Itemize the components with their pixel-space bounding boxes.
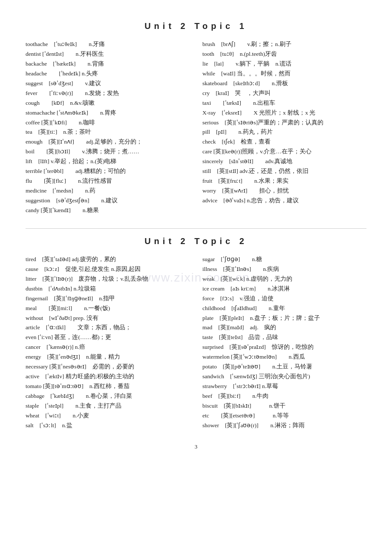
list-item: headache [ˈhedeɪk] n.头疼 <box>26 69 190 79</box>
list-item: surprised [英][səˈpraɪzd] 惊讶的，吃惊的 <box>202 342 366 352</box>
list-item: suggestion [səˈdʒestʃən] n.建议 <box>26 196 190 206</box>
vocab-grid-topic2: tired [英][ˈtaɪəd] adj.疲劳的，累的cause [kɔːz]… <box>26 255 366 431</box>
topic2-right-col: sugar [ˈʃʊɡə] n.糖illness [英][ˈɪlnəs] n.疾… <box>202 255 366 431</box>
list-item: suggest [səˈdʒest] v.建议 <box>26 79 190 89</box>
vocab-grid-topic1: toothache [ˈtuːθeɪk] n.牙痛dentist [ˈdentɪ… <box>26 40 366 216</box>
list-item: candy [英][ˈkændɪ] n.糖果 <box>26 206 190 216</box>
list-item: litter [英][ˈlɪtə(r)] 废弃物，垃圾；v.乱丢杂物 <box>26 274 190 284</box>
list-item: terrible [ˈterəbl] adj.糟糕的；可怕的 <box>26 167 190 176</box>
list-item: biscuit [英][bɪskɪt] n.饼干 <box>202 401 366 411</box>
list-item: backache [ˈbækeɪk] n.背痛 <box>26 59 190 69</box>
topic2-left-col: tired [英][ˈtaɪəd] adj.疲劳的，累的cause [kɔːz]… <box>26 255 190 431</box>
list-item: lift [lɪft] v.举起，抬起；n.(英)电梯 <box>26 157 190 167</box>
list-item: pill [pɪl] n.药丸，药片 <box>202 127 366 137</box>
list-item: strawberry [ˈstrɔːbərɪ] n.草莓 <box>202 382 366 391</box>
list-item: still [英][stɪl] adv.还，还是，仍然，依旧 <box>202 167 366 176</box>
list-item: mad [英][maɪd] adj. 疯的 <box>202 323 366 333</box>
list-item: tooth [tuːθ] n.(pl.teeth)牙齿 <box>202 49 366 59</box>
list-item: etc [英][etsetərə] n.等等 <box>202 411 366 421</box>
list-item: fruit [英][fruːt] n.水果；果实 <box>202 176 366 186</box>
list-item: without [wɪˈðaʊt] prep. 没有 <box>26 313 190 323</box>
list-item: boil [英][bɔɪl] v.沸腾；烧开；煮…… <box>26 147 190 157</box>
list-item: energy [英][ˈenədʒɪ] n.能量，精力 <box>26 352 190 362</box>
list-item: meal [英][miːl] n.一餐(饭) <box>26 304 190 313</box>
list-item: wheat [ˈwiːt] n.小麦 <box>26 411 190 421</box>
list-item: tomato [英][təˈmɑːtəʊ] n.西红柿，番茄 <box>26 382 190 391</box>
section-divider <box>26 228 366 229</box>
list-item: serious [英][ˈsɪəriəs]严重的；严肃的；认真的 <box>202 118 366 128</box>
list-item: brush [brʌʃ] v.刷；擦；n.刷子 <box>202 40 366 49</box>
list-item: beef [英][biːf] n.牛肉 <box>202 391 366 401</box>
list-item: tea [英][tiː] n.茶；茶叶 <box>26 127 190 137</box>
unit2-topic1-vocab: toothache [ˈtuːθeɪk] n.牙痛dentist [ˈdentɪ… <box>26 40 366 216</box>
list-item: check [tʃek] 检查，查看 <box>202 137 366 147</box>
list-item: cancer [ˈkænsə(r)] n.癌 <box>26 342 190 352</box>
list-item: tired [英][ˈtaɪəd] adj.疲劳的，累的 <box>26 255 190 265</box>
list-item: active [ˈæktɪv] 精力旺盛的;积极的;主动的 <box>26 372 190 382</box>
list-item: enough [英][ɪˈnʌf] adj.足够的，充分的； <box>26 137 190 147</box>
list-item: illness [英][ˈɪlnəs] n.疾病 <box>202 265 366 274</box>
list-item: coffee [英][ˈkɒfi] n.咖啡 <box>26 118 190 128</box>
list-item: taxi [ˈtæksɪ] n.出租车 <box>202 98 366 108</box>
topic1-left-col: toothache [ˈtuːθeɪk] n.牙痛dentist [ˈdentɪ… <box>26 40 190 216</box>
topic1-right-col: brush [brʌʃ] v.刷；擦；n.刷子tooth [tuːθ] n.(p… <box>202 40 366 216</box>
unit2-topic1-title: Unit 2 Topic 1 <box>26 21 366 31</box>
list-item: X-ray [ˈeksreɪ] X 光照片；x 射线；x 光 <box>202 108 366 118</box>
list-item: toothache [ˈtuːθeɪk] n.牙痛 <box>26 40 190 49</box>
unit2-topic2-vocab: tired [英][ˈtaɪəd] adj.疲劳的，累的cause [kɔːz]… <box>26 255 366 431</box>
list-item: dentist [ˈdentɪst] n.牙科医生 <box>26 49 190 59</box>
list-item: plate [英][pleɪt] n.盘子；板；片；牌；盆子 <box>202 313 366 323</box>
list-item: staple [ˈsteɪpl] n.主食，主打产品 <box>26 401 190 411</box>
list-item: necessary [英][ˈnesəsərɪ] 必需的，必要的 <box>26 362 190 372</box>
list-item: worry [英][wʌrɪ] 担心，担忧 <box>202 186 366 196</box>
list-item: fingernail [英][ˈfɪŋɡəneɪl] n.指甲 <box>26 294 190 304</box>
list-item: shower [英][ˈʃaʊə(r)] n.淋浴；阵雨 <box>202 421 366 431</box>
list-item: fever [ˈfiːvə(r)] n.发烧；发热 <box>26 89 190 98</box>
list-item: cry [kraɪ] 哭 ，大声叫 <box>202 89 366 98</box>
page-number: 3 <box>26 443 366 450</box>
list-item: even [ˈiːvn] 甚至，连(……都)；更 <box>26 333 190 342</box>
list-item: cabbage [ˈkæbɪdʒ] n.卷心菜，洋白菜 <box>26 391 190 401</box>
list-item: taste [英][teɪst] 品尝，品味 <box>202 333 366 342</box>
list-item: salt [ˈsɔːlt] n.盐 <box>26 421 190 431</box>
list-item: dustbin [ˈdʌstbɪn] n.垃圾箱 <box>26 284 190 294</box>
list-item: ice cream [aɪs kriːm] n.冰淇淋 <box>202 284 366 294</box>
list-item: sincerely [sɪnˈstəlɪ] adv.真诚地 <box>202 157 366 167</box>
list-item: care [英][keə(r)]照顾，v.介意…在乎；关心 <box>202 147 366 157</box>
list-item: weak [英][wiːk] n.虚弱的，无力的 <box>202 274 366 284</box>
list-item: lie [lai] v.躺下，平躺 n.谎话 <box>202 59 366 69</box>
list-item: watermelon [英][ˈwɔːtəmelən] n.西瓜 <box>202 352 366 362</box>
unit2-topic2-title: Unit 2 Topic 2 <box>26 236 366 246</box>
list-item: medicine [ˈmedsn] n.药 <box>26 186 190 196</box>
list-item: cause [kɔːz] 促使,引起,使发生 n.原因,起因 <box>26 265 190 274</box>
list-item: article [ˈɑːtɪkl] 文章；东西，物品； <box>26 323 190 333</box>
list-item: sugar [ˈʃʊɡə] n.糖 <box>202 255 366 265</box>
list-item: flu [英][fluː] n.流行性感冒 <box>26 176 190 186</box>
list-item: stomachache [ˈstʌməkeɪk] n.胃疼 <box>26 108 190 118</box>
list-item: childhood [tʃaɪldhud] n.童年 <box>202 304 366 313</box>
list-item: skateboard [skeɪtbɔːd] n.滑板 <box>202 79 366 89</box>
list-item: while [waɪl] 当。。。时候，然而 <box>202 69 366 79</box>
list-item: advice [əðˈvaɪs] n.忠告，劝告，建议 <box>202 196 366 206</box>
list-item: sandwich [ˈsænwɪdʒ] 三明治(夹心面包片) <box>202 372 366 382</box>
list-item: cough [kɒf] n.&v.咳嗽 <box>26 98 190 108</box>
list-item: potato [英][pəˈteɪtəʊ] n.土豆，马铃薯 <box>202 362 366 372</box>
list-item: force [fɔːs] v.强迫，迫使 <box>202 294 366 304</box>
